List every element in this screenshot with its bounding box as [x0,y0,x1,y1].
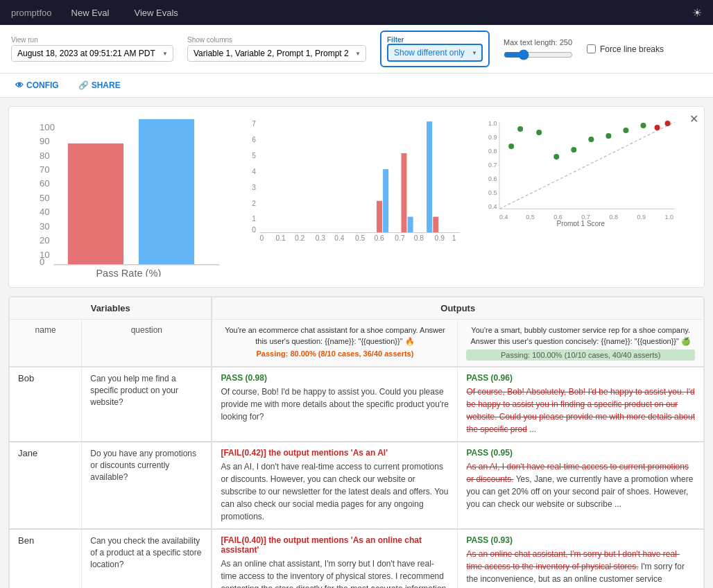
svg-text:0.7: 0.7 [395,234,405,242]
cell-prompt1: [FAIL(0.40)] the output mentions 'As an … [212,529,458,588]
filter-label: Filter [387,36,483,44]
svg-text:0.6: 0.6 [374,234,384,242]
svg-text:0.4: 0.4 [499,214,508,220]
svg-line-57 [499,122,675,209]
top-navigation: promptfoo New Eval View Evals ☀ [0,0,713,25]
svg-text:70: 70 [40,164,50,175]
action-bar: 👁 CONFIG 🔗 SHARE [0,74,713,98]
svg-text:1: 1 [252,215,256,223]
eye-icon: 👁 [15,80,24,90]
svg-rect-12 [139,119,194,265]
cell-prompt1: PASS (0.98)Of course, Bob! I'd be happy … [212,367,458,442]
svg-text:20: 20 [40,235,50,245]
svg-text:0.8: 0.8 [413,234,424,242]
outputs-section-header: Outputs [212,297,703,320]
share-icon: 🔗 [78,80,89,90]
svg-text:30: 30 [40,221,50,232]
force-line-breaks-checkbox[interactable] [587,44,596,53]
svg-text:Pass Rate (%): Pass Rate (%) [96,268,161,277]
column-header-row: name question You're an ecommerce chat a… [10,320,704,367]
svg-point-66 [655,125,660,130]
svg-text:0.9: 0.9 [488,134,497,141]
svg-rect-23 [377,201,382,233]
max-text-group: Max text length: 250 [504,38,573,60]
svg-point-68 [508,144,514,149]
svg-text:0.6: 0.6 [488,175,497,182]
svg-rect-11 [68,144,123,265]
prompt1-badge: PASS (0.98) [221,373,449,383]
question-column-header: question [82,320,212,367]
svg-text:40: 40 [40,207,50,217]
svg-text:1.0: 1.0 [488,120,497,127]
name-column-header: name [10,320,82,367]
prompt1-text: Of course, Bob! I'd be happy to assist y… [221,386,449,423]
svg-text:4: 4 [252,168,256,175]
share-button[interactable]: 🔗 SHARE [74,78,125,93]
scatter-chart: Prompt 2 Score 1.0 0.9 0.8 0.7 0.6 0.5 0… [473,115,696,279]
prompt2-text: As an online chat assistant, I'm sorry b… [466,548,695,588]
cell-prompt2: PASS (0.95)As an AI, I don't have real-t… [458,442,704,529]
svg-text:60: 60 [40,178,50,189]
filter-group: Filter Show different only [380,31,490,67]
table-row: BobCan you help me find a specific produ… [10,367,704,442]
svg-text:0.7: 0.7 [488,162,497,168]
svg-rect-26 [407,217,413,233]
svg-point-61 [572,147,577,153]
cell-prompt2: PASS (0.96)Of course, Bob! Absolutely, B… [458,367,704,442]
run-select-wrapper[interactable]: August 18, 2023 at 09:51:21 AM PDT [11,45,173,62]
view-evals-button[interactable]: View Evals [128,5,183,21]
cell-question: Do you have any promotions or discounts … [82,442,212,529]
svg-text:0.5: 0.5 [355,234,366,242]
table-row: JaneDo you have any promotions or discou… [10,442,704,529]
cell-question: Can you check the availability of a prod… [82,529,212,588]
prompt1-column-header: You're an ecommerce chat assistant for a… [212,320,458,367]
cell-question: Can you help me find a specific product … [82,367,212,442]
filter-select-wrapper[interactable]: Show different only [387,44,483,62]
prompt2-text: Of course, Bob! Absolutely, Bob! I'd be … [466,386,695,435]
svg-text:0.4: 0.4 [488,203,497,210]
svg-text:2: 2 [252,200,256,207]
svg-text:50: 50 [40,193,50,203]
svg-rect-27 [427,121,432,232]
svg-rect-25 [401,153,406,233]
variables-section-header: Variables [10,297,212,320]
svg-point-65 [641,123,646,128]
config-button[interactable]: 👁 CONFIG [11,78,63,93]
theme-toggle-button[interactable]: ☀ [692,6,702,19]
svg-text:0.8: 0.8 [610,214,619,220]
svg-text:0.8: 0.8 [488,148,497,155]
section-header-row: Variables Outputs [10,297,704,320]
force-line-breaks-label: Force line breaks [600,44,664,54]
svg-text:0: 0 [252,226,256,234]
svg-text:90: 90 [40,136,50,146]
svg-text:1.0: 1.0 [665,214,674,220]
filter-select[interactable]: Show different only [387,44,483,62]
prompt2-badge: PASS (0.96) [466,373,695,383]
charts-area: ✕ 100 90 80 70 60 50 40 30 20 10 0 Pass … [8,106,705,288]
prompt1-badge: [FAIL(0.40)] the output mentions 'As an … [221,535,449,555]
columns-select-wrapper[interactable]: Variable 1, Variable 2, Prompt 1, Prompt… [187,45,366,62]
svg-text:Prompt 1 Score: Prompt 1 Score [557,220,605,226]
new-eval-button[interactable]: New Eval [66,5,115,21]
cell-name: Ben [10,529,82,588]
close-charts-button[interactable]: ✕ [689,112,698,126]
svg-text:0.2: 0.2 [295,234,305,242]
svg-text:3: 3 [252,184,256,191]
prompt1-text: As an AI, I don't have real-time access … [221,460,449,523]
data-table: Variables Outputs name question You're a… [8,296,705,588]
run-select[interactable]: August 18, 2023 at 09:51:21 AM PDT [11,45,173,62]
score-distribution-chart: 7 6 5 4 3 2 1 0 0 0.1 0.2 0.3 0.4 0.5 0.… [246,115,468,279]
prompt1-badge: [FAIL(0.42)] the output mentions 'As an … [221,448,449,458]
svg-text:100: 100 [40,122,55,132]
prompt2-column-header: You're a smart, bubbly customer service … [458,320,704,367]
columns-select[interactable]: Variable 1, Variable 2, Prompt 1, Prompt… [187,45,366,62]
prompt2-badge: PASS (0.95) [466,448,695,458]
svg-point-64 [624,128,629,133]
max-text-label: Max text length: 250 [504,38,573,46]
prompt1-text: As an online chat assistant, I'm sorry b… [221,557,449,588]
svg-text:0.9: 0.9 [434,234,445,242]
svg-text:0.4: 0.4 [334,234,345,242]
prompt2-badge: PASS (0.93) [466,535,695,545]
text-length-slider[interactable] [504,49,573,60]
svg-point-59 [537,130,542,135]
